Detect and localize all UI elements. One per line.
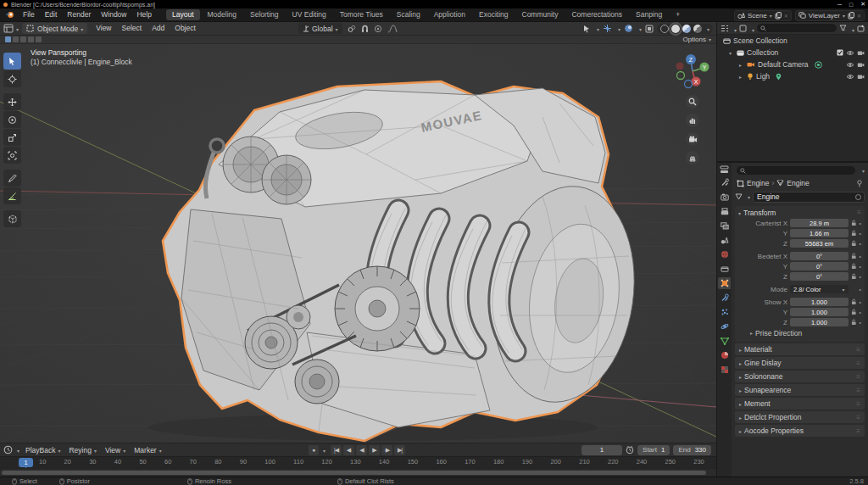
orientation-dropdown[interactable]: Global <box>298 23 342 34</box>
shading-material-icon[interactable] <box>682 25 691 33</box>
tab-world[interactable] <box>718 248 731 260</box>
lock-icon[interactable] <box>851 263 857 270</box>
timeline-menu-item[interactable]: Marker <box>130 446 165 454</box>
breadcrumb-object[interactable]: Engine <box>747 179 769 187</box>
auto-keying-button[interactable]: ● <box>309 445 319 455</box>
workspace-tab[interactable]: Modeling <box>202 9 243 20</box>
tool-setting-icon[interactable] <box>13 36 19 42</box>
workspace-tab[interactable]: Sanping <box>630 9 668 20</box>
tab-collection-props[interactable] <box>718 263 731 275</box>
editor-type-chevron[interactable] <box>14 25 19 33</box>
viewport-menu-item[interactable]: Select <box>117 22 147 35</box>
move-tool[interactable] <box>3 93 21 110</box>
scale-z-field[interactable]: 1.000 <box>790 318 849 326</box>
workspace-tab[interactable]: UV Editing <box>287 9 332 20</box>
menubar-item[interactable]: Edit <box>40 8 63 21</box>
collapsed-panel-header[interactable]: Aocode Properties <box>735 425 865 437</box>
workspace-tab[interactable]: Tomore Tiues <box>334 9 389 20</box>
camera-view-icon[interactable] <box>686 132 699 146</box>
scale-tool[interactable] <box>3 129 21 146</box>
collapsed-panel-header[interactable]: Solononane <box>735 371 865 382</box>
lock-icon[interactable] <box>851 298 857 305</box>
collapse-arrow-icon[interactable] <box>739 72 744 81</box>
tab-texture[interactable] <box>718 364 731 376</box>
window-control-button[interactable]: ✕ <box>860 1 865 8</box>
tab-tool[interactable] <box>718 176 731 188</box>
use-preview-range-icon[interactable] <box>626 445 634 454</box>
frame-start-field[interactable]: Start1 <box>637 445 670 455</box>
fake-user-ring-icon[interactable] <box>855 194 861 200</box>
animate-dot-icon[interactable] <box>860 286 861 293</box>
timeline-menu-item[interactable]: Reying <box>64 446 100 454</box>
collapsed-panel-header[interactable]: Materialt <box>735 343 865 355</box>
scene-selector[interactable]: Scene <box>734 10 792 21</box>
pose-direction-subpanel[interactable]: Prise Direction <box>738 327 861 338</box>
tab-object-data[interactable] <box>718 335 731 347</box>
lock-icon[interactable] <box>851 273 857 280</box>
pivot-point-icon[interactable] <box>348 25 356 33</box>
tool-setting-icon-active[interactable] <box>5 36 11 42</box>
outliner-row-camera[interactable]: Default Camera <box>717 59 868 70</box>
pin-icon[interactable] <box>856 180 863 187</box>
workspace-tab[interactable]: Scaling <box>391 9 426 20</box>
navigation-gizmo[interactable]: Z Y X <box>674 53 711 90</box>
lock-icon[interactable] <box>851 230 857 237</box>
playback-button[interactable]: ▶| <box>394 445 405 455</box>
annotate-tool[interactable] <box>3 170 21 187</box>
display-mode-icon[interactable] <box>739 25 747 32</box>
falloff-curve-icon[interactable] <box>387 25 398 33</box>
properties-editor-icon[interactable] <box>720 165 729 174</box>
menubar-item[interactable]: Window <box>96 8 131 21</box>
viewlayer-selector[interactable]: ViewLayer <box>795 10 865 21</box>
outliner-row-collection[interactable]: Collection <box>717 47 868 59</box>
hide-eye-icon[interactable] <box>846 62 854 68</box>
workspace-tab[interactable]: Exociting <box>473 9 515 20</box>
workspace-tab[interactable]: + <box>670 9 686 20</box>
outliner-editor-icon[interactable] <box>721 25 729 32</box>
measure-tool[interactable] <box>3 187 21 204</box>
exclude-checkbox-icon[interactable] <box>837 49 843 56</box>
outliner-type-chevron[interactable] <box>732 20 737 36</box>
location-z-field[interactable]: 55683 em <box>790 239 849 248</box>
tool-setting-icon[interactable] <box>20 36 26 42</box>
hide-eye-icon[interactable] <box>846 74 854 80</box>
animate-dot-icon[interactable] <box>860 263 861 270</box>
collapse-arrow-icon[interactable] <box>739 60 744 69</box>
animate-dot-icon[interactable] <box>860 230 861 237</box>
viewport-menu-item[interactable]: View <box>91 22 116 35</box>
window-control-button[interactable]: ─ <box>837 2 842 8</box>
rotation-mode-dropdown[interactable]: 2.8/ Color <box>790 285 849 293</box>
playback-button[interactable]: ▶ <box>369 445 380 455</box>
window-control-button[interactable]: □ <box>849 2 853 8</box>
remove-viewlayer-icon[interactable] <box>857 12 861 20</box>
shading-wireframe-icon[interactable] <box>660 25 669 33</box>
new-collection-icon[interactable] <box>857 25 865 32</box>
tool-setting-icon[interactable] <box>36 36 42 42</box>
lock-icon[interactable] <box>851 319 857 326</box>
animate-dot-icon[interactable] <box>860 220 861 227</box>
filter-chevron[interactable] <box>849 20 854 36</box>
animate-dot-icon[interactable] <box>860 240 861 248</box>
viewport-3d[interactable]: MOUVAE <box>0 44 716 443</box>
workspace-tab[interactable]: Comerectations <box>565 9 628 20</box>
filter-icon[interactable] <box>839 25 847 31</box>
animate-dot-icon[interactable] <box>860 298 861 306</box>
shading-solid-icon[interactable] <box>671 25 680 33</box>
perspective-toggle-icon[interactable] <box>686 151 699 164</box>
shading-rendered-icon[interactable] <box>693 25 702 33</box>
viewport-menu-item[interactable]: Object <box>170 22 201 35</box>
lock-icon[interactable] <box>851 309 857 315</box>
show-gizmo-icon[interactable] <box>603 24 612 33</box>
timeline-menu-item[interactable]: View <box>101 446 130 454</box>
outliner-row-light[interactable]: Ligh <box>717 70 868 82</box>
workspace-tab[interactable]: Appliotion <box>428 9 471 20</box>
gizmo-chevron[interactable] <box>615 25 620 33</box>
menubar-item[interactable]: File <box>18 8 40 21</box>
scale-x-field[interactable]: 1.000 <box>790 298 849 306</box>
unlink-scene-icon[interactable] <box>784 12 788 20</box>
snap-magnet-icon[interactable] <box>361 25 369 33</box>
outliner-row-scene-collection[interactable]: Scene Collection <box>717 35 868 47</box>
rotate-tool[interactable] <box>3 111 21 128</box>
rotation-x-field[interactable]: 0° <box>790 252 849 260</box>
workspace-tab[interactable]: Layout <box>166 9 200 20</box>
